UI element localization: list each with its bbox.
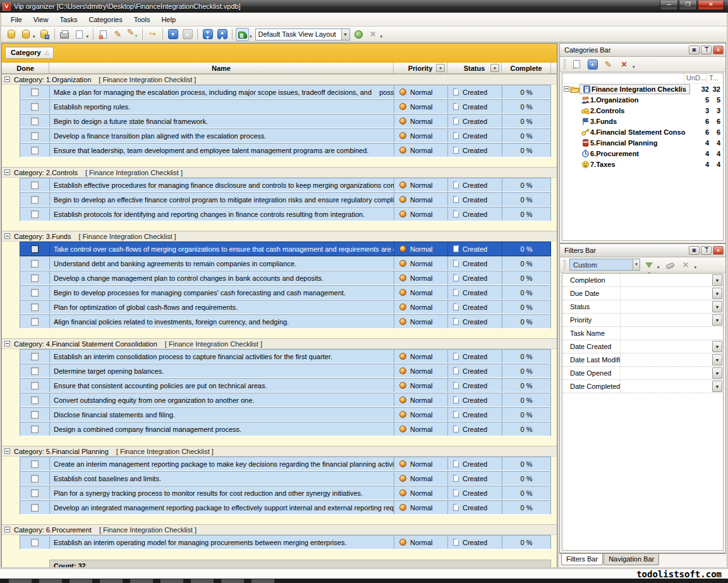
clear-filter-button[interactable] [664, 258, 677, 271]
tree-item[interactable]: 6.Procurement44 [562, 148, 723, 159]
task-row[interactable]: Ensure that consistent accounting polici… [20, 378, 551, 393]
done-checkbox[interactable] [31, 382, 39, 390]
tree-item-root[interactable]: Finance Integration Checklis3232 [562, 83, 723, 94]
dropdown-caret-icon[interactable]: ▾ [87, 34, 89, 39]
done-checkbox[interactable] [31, 460, 39, 468]
tree-item[interactable]: 4.Financial Statement Conso66 [562, 126, 723, 137]
task-row[interactable]: Begin to develop an effective finance co… [20, 192, 551, 207]
task-row[interactable]: Determine target opening balances.Normal… [20, 364, 551, 378]
undone-column-header[interactable]: UnD... [684, 73, 707, 83]
close-button[interactable]: ✕ [698, 1, 724, 10]
filter-dropdown-icon[interactable]: ▼ [712, 314, 722, 326]
column-filter-dropdown-icon[interactable]: ▼ [490, 64, 499, 72]
assign-task-button[interactable]: ↪ [146, 28, 159, 41]
combo-dropdown-icon[interactable]: ▼ [633, 259, 640, 270]
dock-tab-filters-bar[interactable]: Filters Bar [561, 554, 603, 565]
column-header-priority[interactable]: Priority▼ [394, 63, 447, 73]
column-filter-dropdown-icon[interactable]: ▼ [436, 64, 445, 72]
tree-item[interactable]: 2.Controls33 [562, 105, 723, 116]
expand-all-button[interactable]: ▼▼ [201, 28, 214, 41]
collapse-expander-icon[interactable] [4, 341, 10, 347]
task-row[interactable]: Plan for a synergy tracking process to m… [20, 486, 551, 500]
menu-item-help[interactable]: Help [155, 14, 181, 25]
pin-panel-icon[interactable] [701, 246, 712, 255]
taskbar-window-block[interactable] [100, 579, 123, 583]
filter-dropdown-icon[interactable]: ▼ [712, 301, 722, 312]
task-row[interactable]: Develop a change management plan to cont… [20, 271, 551, 285]
done-checkbox[interactable] [31, 181, 39, 189]
done-checkbox[interactable] [31, 89, 39, 96]
combo-dropdown-icon[interactable]: ▼ [341, 29, 349, 40]
taskbar-window-block[interactable] [252, 579, 274, 583]
task-view-button[interactable] [236, 28, 249, 41]
edit-task-button[interactable]: ✎ [111, 28, 124, 41]
task-row[interactable]: Align financial policies related to inve… [20, 314, 551, 329]
pin-panel-icon[interactable] [701, 46, 712, 54]
taskbar-window-block[interactable] [9, 579, 32, 583]
collapse-all-button[interactable]: ▲▲ [215, 28, 229, 41]
done-checkbox[interactable] [31, 396, 39, 404]
open-database-button[interactable] [19, 28, 32, 41]
minimize-button[interactable]: ─ [660, 1, 678, 10]
move-up-button[interactable]: ▲ [181, 28, 194, 41]
done-checkbox[interactable] [31, 260, 39, 267]
menu-item-file[interactable]: File [5, 14, 28, 25]
restore-panel-icon[interactable]: ▣ [689, 246, 700, 255]
done-checkbox[interactable] [31, 196, 39, 204]
move-down-button[interactable]: ▼ [166, 28, 179, 41]
task-row[interactable]: Begin to design a future state financial… [20, 114, 551, 128]
collapse-expander-icon[interactable] [4, 77, 10, 82]
category-group-row[interactable]: Category: 2.Controls[ Finance Integratio… [2, 167, 557, 178]
done-checkbox[interactable] [31, 289, 39, 297]
collapse-expander-icon[interactable] [4, 169, 10, 175]
delete-filter-button[interactable]: ✕ [679, 258, 693, 271]
task-row[interactable]: Disclose financial statements and filing… [20, 407, 551, 422]
filter-dropdown-icon[interactable]: ▼ [712, 341, 722, 352]
dock-tab-navigation-bar[interactable]: Navigation Bar [604, 554, 659, 565]
new-checklist-button[interactable] [570, 58, 583, 71]
done-checkbox[interactable] [31, 304, 39, 311]
dropdown-caret-icon[interactable]: ▾ [633, 64, 635, 70]
task-row[interactable]: Develop an integrated management reporti… [20, 500, 551, 515]
filter-dropdown-icon[interactable]: ▼ [712, 367, 722, 379]
group-by-category-button[interactable]: Category △ [5, 47, 54, 59]
restore-panel-icon[interactable]: ▣ [689, 46, 700, 54]
task-row[interactable]: Ensure that leadership, team development… [20, 143, 551, 157]
done-checkbox[interactable] [31, 147, 39, 154]
add-subtask-button[interactable]: ✎+ [126, 28, 139, 41]
task-row[interactable]: Establish effective procedures for manag… [20, 178, 551, 192]
done-checkbox[interactable] [31, 504, 39, 512]
taskbar-window-block[interactable] [70, 579, 92, 583]
task-view-layout-combo[interactable]: Default Task View Layout▼ [255, 28, 350, 40]
filter-dropdown-icon[interactable]: ▼ [712, 381, 722, 392]
done-checkbox[interactable] [31, 489, 39, 497]
filter-preset-combo[interactable]: Custom▼ [569, 259, 640, 271]
task-row[interactable]: Create an interim management reporting p… [20, 457, 551, 471]
category-group-row[interactable]: Category: 3.Funds[ Finance Integration C… [2, 231, 557, 242]
category-group-row[interactable]: Category: 1.Organization[ Finance Integr… [2, 74, 557, 85]
new-task-button[interactable] [97, 28, 110, 41]
done-checkbox[interactable] [31, 367, 39, 375]
filter-dropdown-icon[interactable]: ▼ [712, 288, 722, 299]
done-checkbox[interactable] [31, 118, 39, 125]
collapse-expander-icon[interactable] [4, 448, 10, 454]
tree-item[interactable]: 1.Organization55 [562, 94, 723, 105]
tree-item[interactable]: 3.Funds66 [562, 116, 723, 126]
task-row[interactable]: Develop a finance transition plan aligne… [20, 128, 551, 143]
dropdown-caret-icon[interactable]: ▾ [33, 34, 35, 39]
column-header-name[interactable]: Name [49, 63, 394, 73]
dropdown-caret-icon[interactable]: ▾ [695, 265, 697, 270]
apply-layout-button[interactable] [352, 28, 365, 41]
done-checkbox[interactable] [31, 103, 39, 111]
done-checkbox[interactable] [31, 211, 39, 218]
category-group-row[interactable]: Category: 6.Procurement[ Finance Integra… [2, 524, 557, 535]
done-checkbox[interactable] [31, 245, 39, 253]
task-row[interactable]: Begin to develop processes for managing … [20, 285, 551, 300]
taskbar-window-block[interactable] [191, 579, 214, 583]
new-category-button[interactable]: + [586, 58, 599, 71]
column-header-complete[interactable]: Complete [502, 63, 551, 73]
dropdown-caret-icon[interactable]: ▾ [657, 265, 660, 270]
task-row[interactable]: Establish protocols for identifying and … [20, 207, 551, 221]
menu-item-tasks[interactable]: Tasks [54, 14, 83, 25]
column-header-done[interactable]: Done [2, 63, 49, 73]
